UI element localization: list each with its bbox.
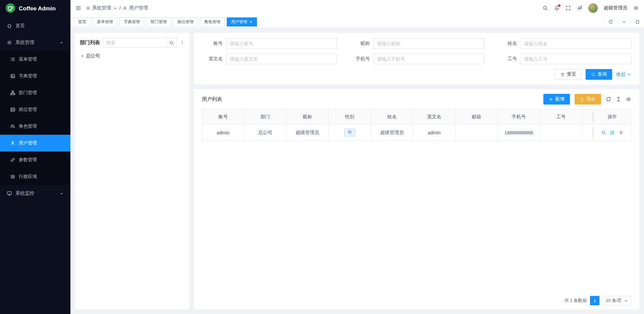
dictionary-icon [10,73,15,79]
sidebar-item-label: 行政区域 [19,174,37,180]
page-number-button[interactable]: 1 [590,296,599,305]
search-icon [591,72,595,77]
add-user-button[interactable]: 新增 [543,94,570,105]
table-header-row: 账号 部门 昵称 性别 姓名 英文名 邮箱 手机号 工号 生日 [202,109,631,125]
sidebar-item-label: 系统监控 [15,190,34,196]
refresh-tab-button[interactable] [604,16,617,28]
breadcrumb-page[interactable]: 用户管理 [129,5,148,11]
reset-button[interactable]: 重置 [555,69,582,80]
sidebar-item-admin-region[interactable]: 行政区域 [0,168,70,185]
global-search-button[interactable] [543,5,548,11]
more-vertical-icon [180,41,184,45]
user-list-title: 用户列表 [202,96,222,103]
fullscreen-button[interactable] [566,5,571,11]
coffee-logo-icon [5,3,15,15]
app-logo[interactable]: Coffee Admin [0,0,70,17]
settings-button[interactable] [633,5,639,11]
account-input[interactable] [226,38,337,49]
table-row[interactable]: admin 总公司 超级管理员 男 超级管理员 admin 1888888888… [202,125,631,141]
close-icon[interactable] [250,20,253,23]
sidebar-item-label: 首页 [15,23,25,29]
export-label: 导出 [586,96,596,102]
table-config-button[interactable] [626,97,631,102]
breadcrumb-section[interactable]: 系统管理 [92,5,111,11]
tab-role-mgmt[interactable]: 角色管理 [200,17,225,26]
user-list-card: 用户列表 新增 导出 [194,89,639,309]
sidebar-item-system-mgmt[interactable]: 系统管理 [0,34,70,51]
table-refresh-button[interactable] [606,97,611,102]
tab-home[interactable]: 首页 [74,17,91,26]
sidebar-item-system-monitor[interactable]: 系统监控 [0,185,70,202]
breadcrumb-separator: / [119,5,121,11]
sidebar-item-post-mgmt[interactable]: 岗位管理 [0,101,70,118]
cell-department: 总公司 [244,125,286,141]
english-name-input[interactable] [226,54,337,64]
user-icon [10,140,15,146]
work-no-input[interactable] [520,54,631,64]
content-maximize-button[interactable] [631,16,644,28]
collapse-label: 收起 [616,71,626,77]
refresh-icon [608,20,613,24]
edit-user-button[interactable] [610,130,614,135]
clear-icon [560,72,565,77]
field-label: 昵称 [349,41,373,47]
gear-icon [626,97,631,102]
tab-post-mgmt[interactable]: 岗位管理 [173,17,198,26]
department-search [103,38,177,48]
cell-nickname: 超级管理员 [286,125,329,141]
top-header: 系统管理 / 用户管理 [70,0,644,16]
tab-dept-mgmt[interactable]: 部门管理 [146,17,171,26]
tab-options-button[interactable] [617,16,631,28]
users-icon [10,124,15,129]
trash-icon [619,130,623,135]
tab-dict-mgmt[interactable]: 字典管理 [119,17,144,26]
column-settings-button[interactable] [616,97,621,102]
sidebar-item-label: 角色管理 [19,123,37,129]
collapse-filter-button[interactable]: 收起 [616,71,631,77]
notifications-button[interactable] [554,5,559,11]
department-search-button[interactable] [166,38,176,47]
notification-badge [558,4,560,7]
sidebar-item-menu-mgmt[interactable]: 菜单管理 [0,51,70,68]
sidebar-item-dept-mgmt[interactable]: 部门管理 [0,84,70,101]
breadcrumb: 系统管理 / 用户管理 [86,5,148,11]
col-operations: 操作 [594,109,631,125]
language-switch-button[interactable] [577,5,582,11]
edit-icon [610,130,614,135]
field-name: 姓名 [496,38,631,49]
sidebar-item-param-mgmt[interactable]: 参数管理 [0,151,70,168]
sidebar-item-user-mgmt[interactable]: 用户管理 [0,135,70,151]
sidebar-item-role-mgmt[interactable]: 角色管理 [0,118,70,135]
department-more-button[interactable] [180,41,184,45]
tab-menu-mgmt[interactable]: 菜单管理 [93,17,117,26]
sidebar-item-dict-mgmt[interactable]: 字典管理 [0,68,70,84]
phone-input[interactable] [373,54,484,64]
gender-tag: 男 [344,129,355,136]
search-icon [543,5,548,11]
export-button[interactable]: 导出 [575,94,601,105]
field-nickname: 昵称 [349,38,484,49]
export-icon [580,97,584,102]
current-username[interactable]: 超级管理员 [604,5,627,11]
department-search-input[interactable] [104,40,166,45]
query-button[interactable]: 查询 [586,69,612,80]
tab-user-mgmt[interactable]: 用户管理 [227,17,257,26]
col-work-no: 工号 [540,109,582,125]
chevron-down-icon [113,6,117,10]
sidebar-collapse-button[interactable] [76,5,81,11]
nickname-input[interactable] [373,38,484,49]
cell-phone: 18888888888 [498,125,540,141]
field-english-name: 英文名 [202,54,337,64]
tree-node-head-office[interactable]: 总公司 [80,52,184,60]
view-user-button[interactable] [601,130,606,135]
search-filter-card: 账号 昵称 姓名 英文名 [194,33,639,84]
refresh-icon [606,97,611,102]
page-size-select[interactable]: 10 条/页 [603,296,631,305]
delete-user-button[interactable] [619,130,623,135]
user-avatar[interactable] [588,3,598,13]
table-scroll-area[interactable]: 账号 部门 昵称 性别 姓名 英文名 邮箱 手机号 工号 生日 [202,109,631,293]
sidebar-item-home[interactable]: 首页 [0,17,70,34]
name-input[interactable] [520,38,631,49]
caret-right-icon [80,54,85,58]
page-tabs: 首页 菜单管理 字典管理 部门管理 岗位管理 角色管理 用户管理 [70,16,644,28]
